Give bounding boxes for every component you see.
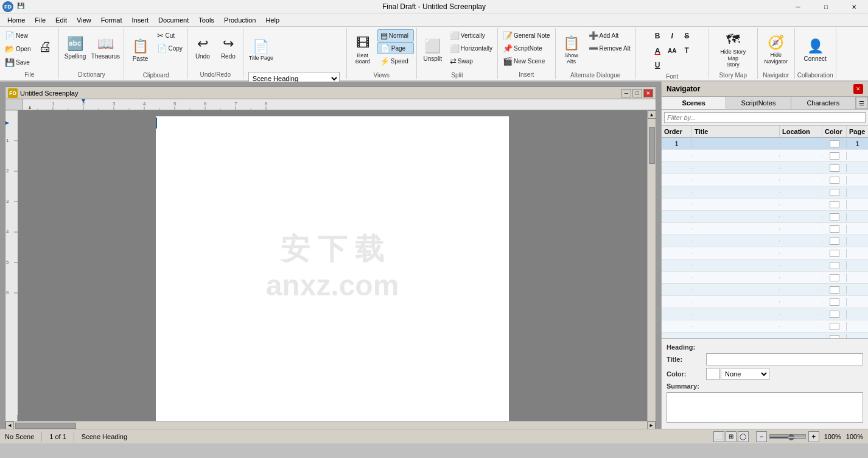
- clipboard-items: 📋 Paste ✂ Cut 📄 Copy: [127, 29, 184, 71]
- split-h-icon: ⬜: [450, 44, 460, 53]
- quick-access-save[interactable]: 💾: [17, 2, 24, 9]
- scroll-left-button[interactable]: ◄: [5, 421, 14, 429]
- menu-edit[interactable]: Edit: [51, 15, 72, 25]
- copy-button[interactable]: 📄 Copy: [155, 42, 184, 54]
- redo-button[interactable]: ↪ Redo: [216, 29, 240, 66]
- filter-input[interactable]: [664, 112, 866, 123]
- menu-file[interactable]: File: [30, 15, 51, 25]
- menu-home[interactable]: Home: [2, 15, 30, 25]
- vertical-scrollbar[interactable]: ▲: [647, 110, 656, 421]
- restore-button[interactable]: □: [812, 0, 840, 13]
- save-button[interactable]: 💾 Save: [2, 56, 33, 68]
- split-horizontally-button[interactable]: ⬜ Horizontally: [447, 42, 495, 54]
- tab-scriptnotes[interactable]: ScriptNotes: [726, 97, 791, 109]
- tab-scenes[interactable]: Scenes: [662, 97, 726, 109]
- undo-button[interactable]: ↩ Undo: [191, 29, 215, 66]
- menu-production[interactable]: Production: [219, 15, 261, 25]
- table-row[interactable]: [662, 284, 868, 296]
- table-row[interactable]: [662, 296, 868, 308]
- menu-insert[interactable]: Insert: [127, 15, 154, 25]
- spelling-button[interactable]: 🔤 Spelling: [61, 29, 88, 66]
- hide-story-map-button[interactable]: 🗺 Hide Story MapStory: [717, 29, 749, 71]
- minimize-button[interactable]: ─: [784, 0, 812, 13]
- horizontal-scrollbar[interactable]: ◄ ►: [5, 421, 656, 429]
- table-row[interactable]: [662, 162, 868, 174]
- scroll-thumb[interactable]: [649, 127, 655, 164]
- table-row[interactable]: [662, 223, 868, 235]
- navigator-close-button[interactable]: ✕: [853, 84, 863, 94]
- title-input[interactable]: [706, 353, 863, 365]
- table-row[interactable]: [662, 320, 868, 333]
- menu-help[interactable]: Help: [261, 15, 284, 25]
- color-select[interactable]: None: [721, 368, 769, 380]
- underline-button[interactable]: U: [651, 58, 664, 72]
- table-row[interactable]: 1 1: [662, 138, 868, 150]
- doc-minimize[interactable]: ─: [621, 89, 631, 97]
- general-note-button[interactable]: 📝 General Note: [500, 29, 552, 41]
- table-row[interactable]: [662, 199, 868, 211]
- table-row[interactable]: [662, 211, 868, 223]
- table-row[interactable]: [662, 308, 868, 320]
- paste-button[interactable]: 📋 Paste: [127, 29, 153, 71]
- view-btn1[interactable]: ⬜: [713, 431, 724, 442]
- table-row[interactable]: [662, 272, 868, 284]
- show-alts-button[interactable]: 📋 Show Alts: [558, 29, 585, 71]
- strikethrough-button[interactable]: S: [680, 29, 693, 43]
- new-scene-button[interactable]: 🎬 New Scene: [500, 55, 552, 67]
- h-scroll-thumb[interactable]: [15, 423, 76, 429]
- view-btn2[interactable]: ⊞: [726, 431, 737, 442]
- swap-button[interactable]: ⇄ Swap: [447, 55, 495, 67]
- connect-button[interactable]: 👤 Connect: [799, 29, 831, 71]
- menu-tools[interactable]: Tools: [194, 15, 219, 25]
- new-button[interactable]: 📄 New: [2, 29, 33, 41]
- italic-button[interactable]: I: [665, 29, 679, 43]
- highlight-button[interactable]: T: [680, 44, 693, 57]
- split-vertically-button[interactable]: ⬜ Vertically: [447, 29, 495, 41]
- page-area[interactable]: 安 下 载anxz.com: [18, 110, 647, 421]
- hide-navigator-button[interactable]: 🧭 Hide Navigator: [760, 29, 792, 71]
- table-row[interactable]: [662, 186, 868, 199]
- remove-alt-button[interactable]: ➖ Remove Alt: [586, 42, 633, 54]
- unsplit-button[interactable]: ⬜ Unsplit: [419, 29, 446, 71]
- font-size-button[interactable]: AA: [665, 44, 679, 57]
- table-row[interactable]: [662, 247, 868, 259]
- vertical-ruler: 1 2 3 4 5 6: [5, 110, 18, 421]
- bold-button[interactable]: B: [651, 29, 664, 43]
- doc-restore[interactable]: □: [632, 89, 642, 97]
- menu-view[interactable]: View: [72, 15, 96, 25]
- zoom-in-button[interactable]: +: [808, 431, 819, 442]
- add-alt-button[interactable]: ➕ Add Alt: [586, 29, 633, 41]
- scroll-right-button[interactable]: ►: [647, 421, 656, 429]
- title-page-button[interactable]: 📄 Title Page: [246, 29, 276, 71]
- table-row[interactable]: [662, 235, 868, 247]
- zoom-out-button[interactable]: −: [756, 431, 767, 442]
- thesaurus-button[interactable]: 📖 Thesaurus: [89, 29, 121, 66]
- horizontal-ruler: 1 2 3 4 5 6 7 8: [5, 99, 656, 110]
- page-view-button[interactable]: 📄 Page: [377, 42, 414, 54]
- doc-close[interactable]: ✕: [643, 89, 653, 97]
- scroll-up-button[interactable]: ▲: [648, 110, 656, 119]
- table-row[interactable]: [662, 259, 868, 272]
- row-color: [822, 298, 847, 306]
- table-row[interactable]: [662, 150, 868, 162]
- open-button[interactable]: 📂 Open: [2, 43, 33, 55]
- document-page[interactable]: [156, 116, 509, 421]
- nav-settings-icon[interactable]: ☰: [856, 97, 868, 109]
- speed-view-button[interactable]: ⚡ Speed: [377, 55, 414, 67]
- table-row[interactable]: [662, 174, 868, 186]
- close-button[interactable]: ✕: [840, 0, 868, 13]
- summary-textarea[interactable]: [667, 392, 863, 423]
- normal-view-button[interactable]: ▤ Normal: [377, 29, 414, 41]
- zoom-slider[interactable]: [769, 434, 806, 439]
- scriptnote-button[interactable]: 📌 ScriptNote: [500, 42, 552, 54]
- table-row[interactable]: [662, 333, 868, 338]
- font-color-button[interactable]: A: [651, 44, 664, 57]
- script-elements-group: 📄 Title Page Scene Heading Action Charac…: [243, 28, 347, 79]
- print-button[interactable]: 🖨: [34, 29, 56, 66]
- menu-format[interactable]: Format: [96, 15, 127, 25]
- cut-button[interactable]: ✂ Cut: [155, 29, 184, 41]
- menu-document[interactable]: Document: [153, 15, 194, 25]
- view-btn3[interactable]: ◯: [738, 431, 749, 442]
- tab-characters[interactable]: Characters: [791, 97, 856, 109]
- beat-board-button[interactable]: 🎞 Beat Board: [349, 29, 376, 71]
